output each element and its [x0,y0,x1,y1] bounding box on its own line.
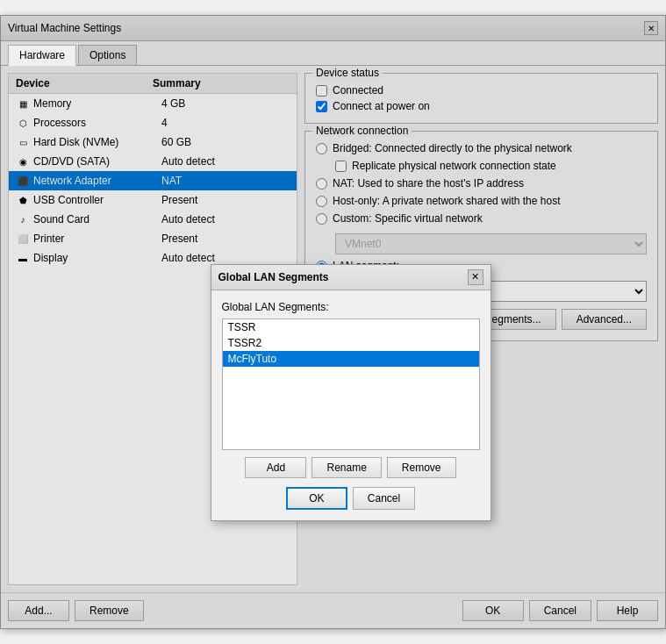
device-name-processors: Processors [33,117,161,129]
bridged-radio[interactable] [316,143,327,154]
bridged-label: Bridged: Connected directly to the physi… [333,142,572,154]
connect-power-checkbox[interactable] [316,101,327,112]
cd-icon: ◉ [16,154,30,168]
device-name-memory: Memory [33,97,161,110]
bottom-bar: Add... Remove OK Cancel Help [1,592,665,628]
custom-select[interactable]: VMnet0 [335,233,647,254]
global-lan-segments-dialog: Global LAN Segments ✕ Global LAN Segment… [211,264,491,521]
nat-label: NAT: Used to share the host's IP address [333,177,524,190]
processor-icon: ⬡ [16,116,30,130]
dialog-action-buttons: Add Rename Remove [222,457,480,478]
device-summary-cddvd: Auto detect [161,155,290,168]
device-list-header: Device Summary [9,74,297,94]
custom-row: Custom: Specific virtual network [316,212,647,225]
advanced-button[interactable]: Advanced... [562,309,647,330]
dialog-close-button[interactable]: ✕ [468,269,483,285]
custom-radio[interactable] [316,213,327,225]
ok-button[interactable]: OK [462,600,524,621]
cancel-button[interactable]: Cancel [529,600,591,621]
device-name-usb: USB Controller [33,194,161,206]
device-name-printer: Printer [33,233,161,245]
dialog-title-bar: Global LAN Segments ✕ [211,265,491,290]
device-row-memory[interactable]: ▦ Memory 4 GB [9,94,297,113]
device-name-harddisk: Hard Disk (NVMe) [33,136,161,148]
hdd-icon: ▭ [16,135,30,149]
device-row-cddvd[interactable]: ◉ CD/DVD (SATA) Auto detect [9,152,297,171]
device-summary-network: NAT [161,175,290,187]
connected-label: Connected [333,84,383,97]
connected-row: Connected [316,84,647,97]
hostonly-row: Host-only: A private network shared with… [316,195,647,207]
bottom-left-buttons: Add... Remove [8,600,144,621]
remove-button[interactable]: Remove [75,600,144,621]
dialog-add-button[interactable]: Add [245,457,306,478]
col-summary-header: Summary [153,77,290,89]
hostonly-radio[interactable] [316,196,327,207]
tab-hardware[interactable]: Hardware [8,45,76,66]
device-row-printer[interactable]: ⬜ Printer Present [9,229,297,248]
device-row-processors[interactable]: ⬡ Processors 4 [9,113,297,132]
device-row-usb[interactable]: ⬟ USB Controller Present [9,190,297,210]
display-icon: ▬ [16,251,30,265]
device-name-network: Network Adapter [33,175,161,187]
device-summary-memory: 4 GB [161,97,290,110]
dialog-list-item-tssr2[interactable]: TSSR2 [223,335,479,351]
device-status-title: Device status [312,67,383,79]
connect-power-label: Connect at power on [333,100,430,112]
bridged-row: Bridged: Connected directly to the physi… [316,142,647,154]
device-row-sound[interactable]: ♪ Sound Card Auto detect [9,210,297,229]
connect-power-row: Connect at power on [316,100,647,112]
dialog-list-item-mcflytuto[interactable]: McFlyTuto [223,351,479,367]
network-icon: ⬛ [16,174,30,188]
custom-select-wrapper: VMnet0 [335,230,647,254]
dialog-cancel-button[interactable]: Cancel [353,487,415,510]
col-device-header: Device [16,77,153,89]
device-summary-printer: Present [161,233,290,245]
dialog-list-item-tssr[interactable]: TSSR [223,319,479,335]
hostonly-label: Host-only: A private network shared with… [333,195,560,207]
window-close-button[interactable]: ✕ [644,21,658,35]
memory-icon: ▦ [16,97,30,111]
custom-label: Custom: Specific virtual network [333,212,483,225]
nat-radio[interactable] [316,178,327,190]
dialog-ok-cancel-buttons: OK Cancel [222,487,480,510]
device-row-network[interactable]: ⬛ Network Adapter NAT [9,171,297,190]
device-summary-harddisk: 60 GB [161,136,290,148]
title-bar: Virtual Machine Settings ✕ [1,16,665,41]
device-name-sound: Sound Card [33,213,161,225]
replicate-checkbox[interactable] [335,161,347,172]
help-button[interactable]: Help [597,600,658,621]
device-summary-display: Auto detect [161,252,290,264]
sound-icon: ♪ [16,212,30,226]
add-button[interactable]: Add... [8,600,69,621]
replicate-label: Replicate physical network connection st… [352,160,556,172]
dialog-list-label: Global LAN Segments: [222,301,480,313]
dialog-remove-button[interactable]: Remove [387,457,456,478]
device-summary-usb: Present [161,194,290,206]
connected-checkbox[interactable] [316,85,327,97]
dialog-ok-button[interactable]: OK [286,487,347,510]
device-status-group: Device status Connected Connect at power… [304,73,658,124]
device-summary-processors: 4 [161,117,290,129]
replicate-row: Replicate physical network connection st… [335,160,647,172]
network-connection-title: Network connection [312,125,412,137]
device-row-harddisk[interactable]: ▭ Hard Disk (NVMe) 60 GB [9,132,297,152]
bottom-right-buttons: OK Cancel Help [462,600,658,621]
tab-bar: Hardware Options [1,41,665,66]
nat-row: NAT: Used to share the host's IP address [316,177,647,190]
tab-options[interactable]: Options [78,45,137,65]
usb-icon: ⬟ [16,193,30,207]
dialog-listbox[interactable]: TSSR TSSR2 McFlyTuto [222,318,480,450]
dialog-title: Global LAN Segments [218,271,329,283]
device-summary-sound: Auto detect [161,213,290,225]
printer-icon: ⬜ [16,232,30,246]
device-name-cddvd: CD/DVD (SATA) [33,155,161,168]
dialog-rename-button[interactable]: Rename [312,457,381,478]
dialog-body: Global LAN Segments: TSSR TSSR2 McFlyTut… [211,290,491,520]
window-title: Virtual Machine Settings [8,22,121,34]
device-name-display: Display [33,252,161,264]
